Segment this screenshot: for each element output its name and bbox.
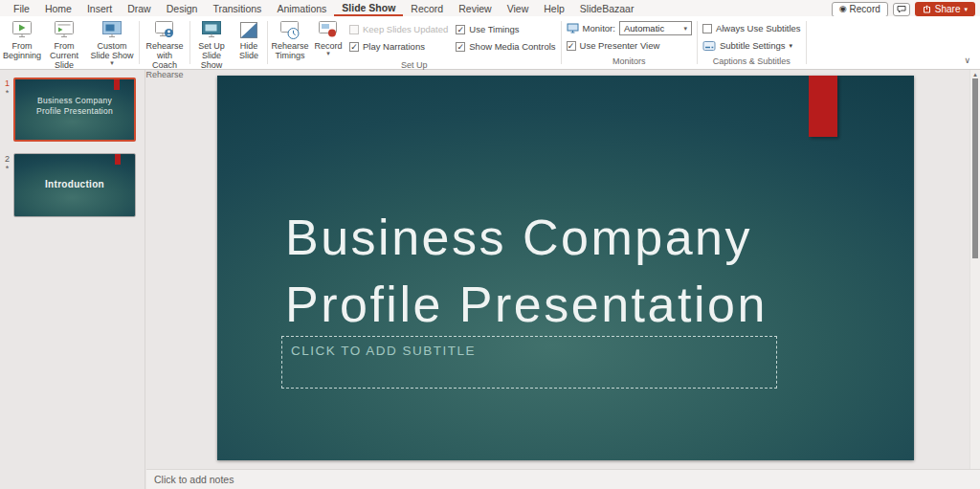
tab-review[interactable]: Review [451, 0, 499, 16]
slide-title-textbox[interactable]: Business Company Profile Presentation [285, 204, 768, 338]
notes-placeholder-text: Click to add notes [154, 474, 234, 485]
setup-checkbox-column-2: ✓ Use Timings ✓ Show Media Controls [452, 17, 559, 60]
rehearse-timings-button[interactable]: Rehearse Timings [269, 17, 311, 60]
thumbnail-row: 2 * Introduction [1, 153, 136, 217]
button-label: Rehearse Timings [271, 41, 308, 60]
tab-file[interactable]: File [6, 0, 37, 16]
checkbox-label: Use Timings [469, 24, 519, 34]
share-button[interactable]: Share ▾ [915, 2, 975, 16]
from-beginning-button[interactable]: From Beginning [2, 17, 42, 70]
slide-1-number: 1 * [1, 78, 13, 142]
setup-checkbox-column-1: Keep Slides Updated ✓ Play Narrations [345, 17, 452, 60]
subtitle-settings-button[interactable]: Subtitle Settings ▾ [702, 40, 801, 51]
slide-accent-rectangle [114, 79, 120, 90]
hide-slide-icon [237, 19, 260, 41]
monitor-label: Monitor: [583, 23, 615, 33]
share-dropdown-arrow-icon: ▾ [964, 6, 968, 13]
tab-draw[interactable]: Draw [120, 0, 159, 16]
slide-subtitle-placeholder[interactable]: CLICK TO ADD SUBTITLE [281, 336, 777, 389]
monitor-row: Monitor: Automatic ▾ [567, 23, 692, 33]
monitor-icon [567, 23, 579, 33]
tab-slide-show[interactable]: Slide Show [334, 0, 403, 16]
button-label: Hide Slide [234, 41, 263, 60]
record-slide-show-button[interactable]: Record ▾ [311, 17, 345, 60]
tab-home[interactable]: Home [37, 0, 79, 16]
record-button[interactable]: ◉ Record [832, 2, 888, 17]
checkbox-play-narrations[interactable]: ✓ Play Narrations [349, 41, 448, 52]
checkbox-show-media-controls[interactable]: ✓ Show Media Controls [456, 41, 555, 52]
ribbon-separator [561, 21, 562, 64]
thumbnail-title-text: Introduction [14, 179, 135, 189]
checkbox-label: Show Media Controls [469, 41, 555, 52]
checkbox-icon [349, 25, 359, 34]
comments-button[interactable] [893, 3, 910, 16]
notes-pane[interactable]: Click to add notes [146, 469, 980, 489]
ribbon-separator [697, 21, 698, 64]
play-from-current-icon [52, 19, 77, 41]
tab-slidebazaar[interactable]: SlideBazaar [572, 0, 642, 16]
slide-title-line-1: Business Company [285, 204, 768, 271]
ribbon-group-start-slide-show: From Beginning From Current Slide [2, 16, 138, 69]
vertical-scrollbar[interactable]: ▴ [969, 70, 980, 469]
set-up-slide-show-icon [199, 19, 224, 41]
record-icon: ◉ [839, 5, 847, 13]
dropdown-arrow-icon: ▾ [110, 60, 114, 66]
monitor-dropdown[interactable]: Automatic ▾ [619, 21, 692, 35]
ribbon-separator [139, 21, 140, 64]
dropdown-arrow-icon: ▾ [683, 25, 687, 33]
comment-bubble-icon [897, 5, 906, 13]
hide-slide-button[interactable]: Hide Slide [232, 17, 266, 70]
from-current-slide-button[interactable]: From Current Slide [42, 17, 86, 70]
ribbon-group-label: Monitors [563, 56, 696, 69]
checkbox-keep-slides-updated[interactable]: Keep Slides Updated [349, 24, 448, 34]
share-icon [923, 5, 931, 13]
record-button-label: Record [850, 4, 880, 14]
custom-slide-show-button[interactable]: Custom Slide Show ▾ [86, 17, 138, 70]
button-label: From Current Slide [45, 41, 83, 70]
dropdown-arrow-icon: ▾ [790, 42, 793, 50]
dropdown-arrow-icon: ▾ [326, 51, 330, 56]
scrollbar-up-arrow-icon[interactable]: ▴ [970, 70, 980, 78]
checkbox-checked-icon: ✓ [349, 42, 359, 52]
checkbox-always-use-subtitles[interactable]: Always Use Subtitles [702, 23, 801, 33]
ribbon-group-rehearse: Rehearse with Coach Rehearse [141, 16, 189, 69]
ribbon-separator [267, 21, 268, 64]
checkbox-use-presenter-view[interactable]: ✓ Use Presenter View [567, 40, 692, 51]
scrollbar-thumb[interactable] [972, 78, 978, 258]
slide-2-number: 2 * [1, 153, 13, 217]
button-label: Subtitle Settings [720, 40, 786, 51]
rehearse-with-coach-icon [152, 19, 177, 41]
tab-insert[interactable]: Insert [79, 0, 120, 16]
tab-transitions[interactable]: Transitions [205, 0, 269, 16]
transition-marker: * [1, 165, 13, 173]
current-slide[interactable]: Business Company Profile Presentation CL… [217, 76, 914, 460]
button-label: Rehearse with Coach [144, 41, 186, 70]
subtitle-settings-icon [702, 40, 716, 52]
ribbon-group-monitors: Monitor: Automatic ▾ ✓ Use Presenter Vie… [563, 16, 696, 69]
checkbox-label: Always Use Subtitles [716, 23, 801, 33]
tab-animations[interactable]: Animations [269, 0, 334, 16]
record-slide-show-icon [316, 19, 341, 41]
checkbox-checked-icon: ✓ [456, 42, 465, 52]
checkbox-label: Play Narrations [363, 41, 425, 52]
transition-marker: * [1, 89, 13, 98]
ribbon-separator [806, 21, 807, 64]
monitor-dropdown-value: Automatic [624, 23, 664, 33]
button-label: Custom Slide Show [89, 41, 135, 60]
ribbon-group-captions-subtitles: Always Use Subtitles Subtitle Settings ▾… [699, 16, 805, 69]
custom-slide-show-icon [100, 19, 124, 41]
tab-record[interactable]: Record [403, 0, 451, 16]
rehearse-with-coach-button[interactable]: Rehearse with Coach [141, 17, 189, 70]
tab-help[interactable]: Help [536, 0, 572, 16]
slide-editor-canvas: Business Company Profile Presentation CL… [146, 70, 969, 469]
powerpoint-window: File Home Insert Draw Design Transitions… [0, 0, 980, 489]
tab-design[interactable]: Design [159, 0, 206, 16]
slide-2-thumbnail[interactable]: Introduction [13, 153, 136, 217]
set-up-slide-show-button[interactable]: Set Up Slide Show [191, 17, 232, 70]
slide-1-thumbnail[interactable]: Business Company Profile Presentation [13, 78, 136, 142]
tab-view[interactable]: View [500, 0, 537, 16]
slide-title-line-2: Profile Presentation [285, 271, 768, 338]
collapse-ribbon-chevron-icon[interactable]: ∨ [964, 56, 970, 65]
menubar-right-controls: ◉ Record Share ▾ [832, 2, 975, 17]
checkbox-use-timings[interactable]: ✓ Use Timings [456, 24, 555, 34]
